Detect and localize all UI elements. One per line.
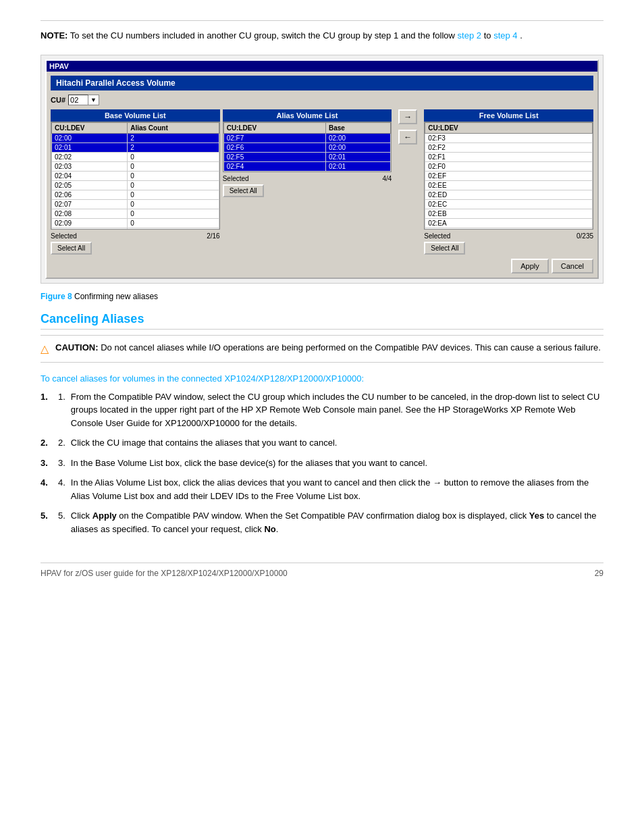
step-text: Click the CU image that contains the ali…: [71, 436, 338, 450]
alias-selected-label: Selected: [223, 175, 249, 182]
alias-volume-list-header: Alias Volume List: [223, 109, 392, 122]
free-volume-list-header: Free Volume List: [424, 109, 593, 122]
free-volume-list-panel: Free Volume List CU:LDEV 02:F302:F2: [424, 109, 593, 255]
hpav-app-header: Hitachi Parallel Access Volume: [51, 76, 593, 90]
canceling-aliases-heading: Canceling Aliases: [41, 312, 603, 330]
cu-input[interactable]: [68, 95, 88, 105]
table-row[interactable]: 02:EB: [425, 209, 593, 218]
table-row[interactable]: 02:050: [52, 180, 219, 190]
free-selected-label: Selected: [424, 232, 450, 240]
note-label: NOTE:: [41, 30, 68, 41]
table-row[interactable]: 02:040: [52, 171, 219, 180]
caution-label: CAUTION:: [55, 342, 99, 353]
figure-caption: Figure 8 Confirming new aliases: [41, 292, 603, 301]
table-row[interactable]: 02:F702:00: [223, 133, 391, 142]
table-row[interactable]: 02:F3: [425, 133, 593, 142]
arrow-right-button[interactable]: →: [398, 109, 417, 124]
hpav-inner: Hitachi Parallel Access Volume CU# ▼ Bas…: [47, 72, 597, 278]
page-container: NOTE: To set the CU numbers included in …: [0, 0, 644, 605]
alias-col-ldev: CU:LDEV: [223, 122, 325, 133]
apply-button[interactable]: Apply: [511, 259, 549, 273]
alias-col-base: Base: [325, 122, 390, 133]
base-select-all-button[interactable]: Select All: [51, 242, 92, 255]
hpav-window: HPAV Hitachi Parallel Access Volume CU# …: [45, 59, 599, 279]
table-row[interactable]: 02:0A0: [52, 228, 219, 230]
alias-select-all-button[interactable]: Select All: [223, 184, 264, 197]
step-number: 4.: [58, 476, 65, 502]
alias-volume-table: CU:LDEV Base 02:F702:0002:F602:0002:F502…: [223, 122, 392, 172]
table-row[interactable]: 02:002: [52, 133, 219, 142]
table-row[interactable]: 02:060: [52, 190, 219, 199]
alias-selected-count: 4/4: [382, 175, 392, 182]
table-row[interactable]: 02:F502:01: [223, 152, 391, 161]
table-row[interactable]: 02:E9: [425, 228, 593, 230]
free-list-footer: Selected 0/235: [424, 232, 593, 240]
alias-list-scroll[interactable]: CU:LDEV Base 02:F702:0002:F602:0002:F502…: [223, 122, 392, 172]
table-row[interactable]: 02:EC: [425, 199, 593, 209]
step-number: 5.: [58, 509, 65, 536]
figure-container: HPAV Hitachi Parallel Access Volume CU# …: [41, 55, 603, 284]
step-text: In the Base Volume List box, click the b…: [71, 457, 427, 470]
footer-left: HPAV for z/OS user guide for the XP128/X…: [41, 569, 288, 578]
table-row[interactable]: 02:020: [52, 152, 219, 161]
step-number: 1.: [58, 390, 65, 430]
figure-caption-text: Confirming new aliases: [74, 292, 158, 301]
base-selected-label: Selected: [51, 232, 77, 240]
footer-right: 29: [595, 569, 603, 578]
list-item: 5.Click Apply on the Compatible PAV wind…: [41, 509, 603, 536]
table-row[interactable]: 02:EF: [425, 171, 593, 180]
base-volume-list-panel: Base Volume List CU:LDEV Alias Count 02:…: [51, 109, 220, 255]
figure-caption-label: Figure 8: [41, 292, 72, 301]
hpav-titlebar: HPAV: [47, 61, 597, 72]
free-volume-table: CU:LDEV 02:F302:F202:F102:F002:EF02:EE02…: [425, 122, 593, 230]
free-list-scroll[interactable]: CU:LDEV 02:F302:F202:F102:F002:EF02:EE02…: [424, 122, 593, 230]
caution-box: △ CAUTION: Do not cancel aliases while I…: [41, 335, 603, 363]
cancel-button[interactable]: Cancel: [552, 259, 593, 273]
base-list-footer: Selected 2/16: [51, 232, 220, 240]
table-row[interactable]: 02:080: [52, 209, 219, 218]
base-col-count: Alias Count: [128, 122, 219, 133]
list-item: 1.From the Compatible PAV window, select…: [41, 390, 603, 430]
table-row[interactable]: 02:EA: [425, 218, 593, 228]
step-text: Click Apply on the Compatible PAV window…: [71, 509, 603, 536]
table-row[interactable]: 02:030: [52, 161, 219, 171]
free-select-all-button[interactable]: Select All: [424, 242, 465, 255]
page-footer: HPAV for z/OS user guide for the XP128/X…: [41, 563, 603, 578]
caution-text: Do not cancel aliases while I/O operatio…: [101, 342, 601, 353]
note-body: To set the CU numbers included in anothe…: [70, 30, 458, 41]
alias-volume-list-panel: Alias Volume List CU:LDEV Base 02:F702:0…: [223, 109, 392, 197]
base-list-scroll[interactable]: CU:LDEV Alias Count 02:00202:01202:02002…: [51, 122, 220, 230]
cu-label: CU#: [51, 96, 65, 104]
step2-link[interactable]: step 2: [458, 30, 481, 41]
lists-container: Base Volume List CU:LDEV Alias Count 02:…: [51, 109, 593, 255]
table-row[interactable]: 02:012: [52, 142, 219, 152]
table-row[interactable]: 02:ED: [425, 190, 593, 199]
bottom-buttons: Apply Cancel: [51, 259, 593, 273]
table-row[interactable]: 02:070: [52, 199, 219, 209]
base-selected-count: 2/16: [207, 232, 219, 240]
note-section: NOTE: To set the CU numbers included in …: [41, 20, 603, 43]
step4-link[interactable]: step 4: [493, 30, 517, 41]
base-volume-list-header: Base Volume List: [51, 109, 220, 122]
table-row[interactable]: 02:F0: [425, 161, 593, 171]
table-row[interactable]: 02:EE: [425, 180, 593, 190]
step-text: From the Compatible PAV window, select t…: [71, 390, 603, 430]
table-row[interactable]: 02:F1: [425, 152, 593, 161]
sub-heading: To cancel aliases for volumes in the con…: [41, 373, 603, 384]
cu-dropdown[interactable]: ▼: [88, 95, 99, 105]
list-item: 2.Click the CU image that contains the a…: [41, 436, 603, 450]
cu-row: CU# ▼: [51, 95, 593, 105]
list-item: 3.In the Base Volume List box, click the…: [41, 457, 603, 470]
list-item: 4.In the Alias Volume List box, click th…: [41, 476, 603, 502]
step-text: In the Alias Volume List box, click the …: [71, 476, 603, 502]
table-row[interactable]: 02:F2: [425, 142, 593, 152]
steps-list: 1.From the Compatible PAV window, select…: [41, 390, 603, 536]
arrow-left-button[interactable]: ←: [398, 130, 417, 145]
step-number: 2.: [58, 436, 65, 450]
table-row[interactable]: 02:F602:00: [223, 142, 391, 152]
step-number: 3.: [58, 457, 65, 470]
table-row[interactable]: 02:090: [52, 218, 219, 228]
base-col-ldev: CU:LDEV: [52, 122, 128, 133]
table-row[interactable]: 02:F402:01: [223, 161, 391, 171]
base-volume-table: CU:LDEV Alias Count 02:00202:01202:02002…: [51, 122, 219, 230]
